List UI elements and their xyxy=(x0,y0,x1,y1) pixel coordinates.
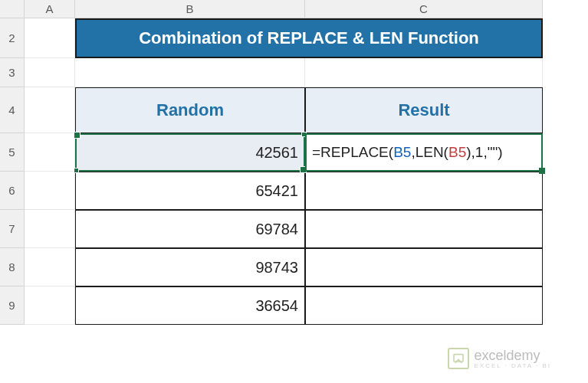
cell-a6[interactable] xyxy=(25,172,75,210)
cell-b3[interactable] xyxy=(75,58,305,87)
cell-b8[interactable]: 98743 xyxy=(75,248,305,286)
cell-b5[interactable]: 42561 xyxy=(75,133,305,172)
cell-c9[interactable] xyxy=(305,286,543,325)
cell-a2[interactable] xyxy=(25,18,75,58)
row-header-9[interactable]: 9 xyxy=(0,286,25,325)
select-all-corner[interactable] xyxy=(0,0,25,18)
row-header-7[interactable]: 7 xyxy=(0,210,25,248)
watermark-tagline: EXCEL · DATA · BI xyxy=(474,363,551,369)
col-header-b[interactable]: B xyxy=(75,0,305,18)
row-header-8[interactable]: 8 xyxy=(0,248,25,286)
cell-a7[interactable] xyxy=(25,210,75,248)
cell-c7[interactable] xyxy=(305,210,543,248)
cell-c5[interactable]: =REPLACE(B5,LEN(B5),1,"") xyxy=(305,133,543,172)
row-header-6[interactable]: 6 xyxy=(0,172,25,210)
formula-text: =REPLACE(B5,LEN(B5),1,"") xyxy=(312,144,502,161)
cell-a4[interactable] xyxy=(25,87,75,133)
watermark-logo-icon xyxy=(448,348,469,369)
watermark: exceldemy EXCEL · DATA · BI xyxy=(448,348,551,369)
spreadsheet-grid: A B C 2 Combination of REPLACE & LEN Fun… xyxy=(0,0,588,325)
cell-c6[interactable] xyxy=(305,172,543,210)
cell-a3[interactable] xyxy=(25,58,75,87)
cell-a5[interactable] xyxy=(25,133,75,172)
row-header-2[interactable]: 2 xyxy=(0,18,25,58)
col-header-a[interactable]: A xyxy=(25,0,75,18)
svg-rect-0 xyxy=(454,355,463,362)
header-random[interactable]: Random xyxy=(75,87,305,133)
watermark-brand: exceldemy xyxy=(474,349,551,362)
cell-a8[interactable] xyxy=(25,248,75,286)
cell-b9[interactable]: 36654 xyxy=(75,286,305,325)
row-header-3[interactable]: 3 xyxy=(0,58,25,87)
cell-b6[interactable]: 65421 xyxy=(75,172,305,210)
cell-c8[interactable] xyxy=(305,248,543,286)
cell-a9[interactable] xyxy=(25,286,75,325)
title-banner: Combination of REPLACE & LEN Function xyxy=(75,18,543,58)
cell-b7[interactable]: 69784 xyxy=(75,210,305,248)
row-header-5[interactable]: 5 xyxy=(0,133,25,172)
header-result[interactable]: Result xyxy=(305,87,543,133)
row-header-4[interactable]: 4 xyxy=(0,87,25,133)
cell-c3[interactable] xyxy=(305,58,543,87)
col-header-c[interactable]: C xyxy=(305,0,543,18)
